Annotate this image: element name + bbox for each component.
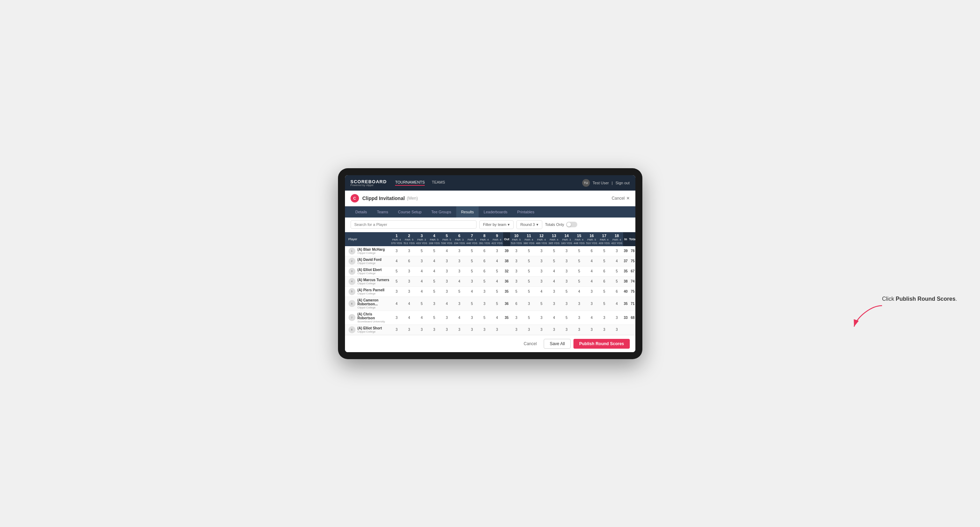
score-hole-1[interactable]: 3 <box>390 324 403 335</box>
score-hole-11[interactable]: 5 <box>523 266 535 276</box>
publish-round-scores-button[interactable]: Publish Round Scores <box>573 339 629 349</box>
score-hole-10[interactable]: 3 <box>510 324 523 335</box>
score-hole-5[interactable]: 3 <box>441 276 453 286</box>
score-hole-8[interactable]: 6 <box>478 256 491 266</box>
score-hole-3[interactable]: 3 <box>415 256 428 266</box>
score-hole-5[interactable]: 3 <box>441 256 453 266</box>
score-hole-10[interactable]: 6 <box>510 297 523 311</box>
score-hole-4[interactable]: 5 <box>428 276 441 286</box>
score-hole-18[interactable]: 5 <box>611 266 623 276</box>
score-hole-6[interactable]: 5 <box>453 286 466 297</box>
score-hole-4[interactable]: 5 <box>428 246 441 256</box>
score-hole-8[interactable]: 3 <box>478 297 491 311</box>
score-hole-15[interactable]: 3 <box>573 324 585 335</box>
score-hole-7[interactable]: 5 <box>466 266 478 276</box>
save-all-button[interactable]: Save All <box>544 339 571 349</box>
score-hole-8[interactable]: 6 <box>478 266 491 276</box>
search-input[interactable] <box>351 220 477 229</box>
score-hole-16[interactable]: 4 <box>585 276 598 286</box>
score-hole-17[interactable]: 3 <box>598 311 611 324</box>
score-hole-16[interactable]: 3 <box>585 324 598 335</box>
score-hole-5[interactable]: 4 <box>441 246 453 256</box>
score-hole-10[interactable]: 3 <box>510 311 523 324</box>
score-hole-1[interactable]: 5 <box>390 276 403 286</box>
tab-course-setup[interactable]: Course Setup <box>393 206 426 217</box>
score-hole-8[interactable]: 5 <box>478 311 491 324</box>
score-hole-18[interactable]: 5 <box>611 276 623 286</box>
score-hole-11[interactable]: 3 <box>523 297 535 311</box>
score-hole-10[interactable]: 5 <box>510 286 523 297</box>
score-hole-7[interactable]: 4 <box>466 286 478 297</box>
score-hole-16[interactable]: 4 <box>585 256 598 266</box>
score-hole-15[interactable]: 5 <box>573 256 585 266</box>
score-hole-14[interactable]: 3 <box>560 256 573 266</box>
score-hole-2[interactable]: 3 <box>403 324 415 335</box>
score-hole-7[interactable]: 3 <box>466 311 478 324</box>
score-hole-2[interactable]: 3 <box>403 276 415 286</box>
score-hole-5[interactable]: 3 <box>441 286 453 297</box>
tab-teams[interactable]: Teams <box>372 206 393 217</box>
cancel-button[interactable]: Cancel <box>520 339 541 348</box>
score-hole-13[interactable]: 4 <box>548 266 560 276</box>
score-hole-3[interactable]: 4 <box>415 286 428 297</box>
score-hole-6[interactable]: 4 <box>453 276 466 286</box>
cancel-header-button[interactable]: Cancel ✕ <box>612 196 629 201</box>
score-hole-4[interactable]: 5 <box>428 286 441 297</box>
score-hole-2[interactable]: 4 <box>403 311 415 324</box>
score-hole-3[interactable]: 5 <box>415 246 428 256</box>
score-hole-9[interactable]: 4 <box>491 256 503 266</box>
score-hole-17[interactable]: 5 <box>598 246 611 256</box>
tab-details[interactable]: Details <box>351 206 372 217</box>
score-hole-6[interactable]: 3 <box>453 266 466 276</box>
score-hole-12[interactable]: 4 <box>535 286 548 297</box>
score-hole-18[interactable]: 3 <box>611 324 623 335</box>
score-hole-14[interactable]: 5 <box>560 311 573 324</box>
tab-printables[interactable]: Printables <box>512 206 539 217</box>
score-hole-6[interactable]: 4 <box>453 311 466 324</box>
score-hole-17[interactable]: 5 <box>598 297 611 311</box>
score-hole-11[interactable]: 5 <box>523 246 535 256</box>
score-hole-8[interactable]: 5 <box>478 276 491 286</box>
score-hole-16[interactable]: 3 <box>585 286 598 297</box>
score-hole-7[interactable]: 3 <box>466 324 478 335</box>
nav-tournaments[interactable]: TOURNAMENTS <box>395 180 425 186</box>
score-hole-18[interactable]: 3 <box>611 246 623 256</box>
score-hole-8[interactable]: 3 <box>478 324 491 335</box>
score-hole-12[interactable]: 5 <box>535 297 548 311</box>
score-hole-12[interactable]: 3 <box>535 266 548 276</box>
score-hole-17[interactable]: 6 <box>598 276 611 286</box>
score-hole-14[interactable]: 3 <box>560 324 573 335</box>
score-hole-11[interactable]: 3 <box>523 324 535 335</box>
score-hole-4[interactable]: 3 <box>428 324 441 335</box>
score-hole-14[interactable]: 3 <box>560 246 573 256</box>
score-hole-6[interactable]: 3 <box>453 324 466 335</box>
score-hole-8[interactable]: 3 <box>478 286 491 297</box>
score-hole-3[interactable]: 4 <box>415 276 428 286</box>
score-hole-8[interactable]: 6 <box>478 246 491 256</box>
score-hole-15[interactable]: 5 <box>573 246 585 256</box>
score-hole-3[interactable]: 4 <box>415 266 428 276</box>
score-hole-2[interactable]: 3 <box>403 266 415 276</box>
score-hole-14[interactable]: 3 <box>560 276 573 286</box>
score-hole-9[interactable]: 5 <box>491 266 503 276</box>
score-hole-6[interactable]: 3 <box>453 246 466 256</box>
score-hole-9[interactable]: 4 <box>491 311 503 324</box>
score-hole-11[interactable]: 5 <box>523 311 535 324</box>
filter-by-team-select[interactable]: Filter by team ▾ <box>479 220 514 229</box>
score-hole-9[interactable]: 3 <box>491 324 503 335</box>
score-hole-2[interactable]: 6 <box>403 256 415 266</box>
score-hole-18[interactable]: 4 <box>611 256 623 266</box>
score-hole-10[interactable]: 3 <box>510 256 523 266</box>
score-hole-1[interactable]: 3 <box>390 246 403 256</box>
score-hole-6[interactable]: 3 <box>453 297 466 311</box>
score-hole-13[interactable]: 3 <box>548 286 560 297</box>
round-select[interactable]: Round 3 ▾ <box>516 220 542 229</box>
score-hole-12[interactable]: 3 <box>535 276 548 286</box>
score-hole-13[interactable]: 3 <box>548 297 560 311</box>
score-hole-3[interactable]: 5 <box>415 297 428 311</box>
score-hole-18[interactable]: 6 <box>611 286 623 297</box>
score-hole-7[interactable]: 5 <box>466 246 478 256</box>
score-hole-11[interactable]: 5 <box>523 276 535 286</box>
score-hole-4[interactable]: 5 <box>428 311 441 324</box>
score-hole-16[interactable]: 3 <box>585 297 598 311</box>
